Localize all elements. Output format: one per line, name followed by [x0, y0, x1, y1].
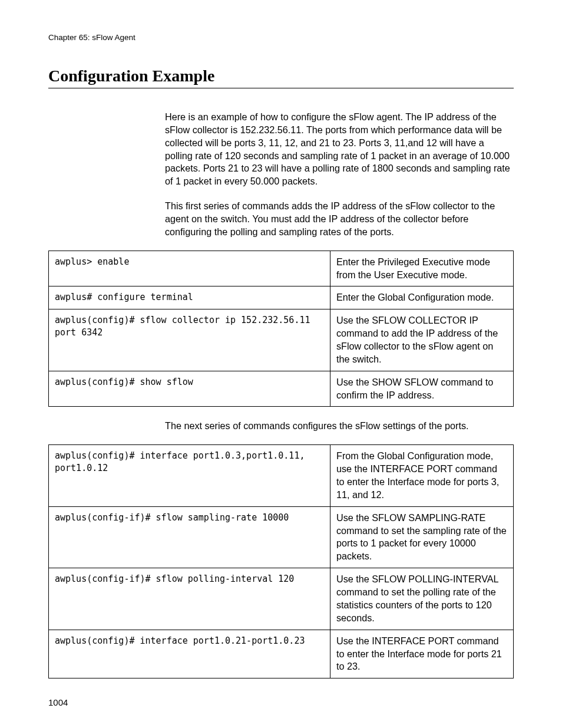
- description-cell: Use the SFLOW POLLING-INTERVAL command t…: [330, 568, 514, 630]
- command-cell: awplus> enable: [49, 251, 330, 286]
- description-cell: Use the SFLOW SAMPLING-RATE command to s…: [330, 506, 514, 568]
- command-cell: awplus(config)# interface port1.0.3,port…: [49, 445, 330, 506]
- command-cell: awplus(config-if)# sflow sampling-rate 1…: [49, 506, 330, 568]
- description-cell: Enter the Privileged Executive mode from…: [330, 251, 514, 286]
- command-table-1: awplus> enable Enter the Privileged Exec…: [48, 251, 514, 407]
- command-cell: awplus(config)# show sflow: [49, 371, 330, 407]
- description-cell: Use the SFLOW COLLECTOR IP command to ad…: [330, 309, 514, 371]
- page-number: 1004: [48, 697, 514, 707]
- description-cell: Use the INTERFACE PORT command to enter …: [330, 630, 514, 678]
- table-row: awplus(config-if)# sflow sampling-rate 1…: [49, 506, 514, 568]
- command-cell: awplus# configure terminal: [49, 286, 330, 309]
- table-row: awplus(config)# interface port1.0.21-por…: [49, 630, 514, 678]
- page-title: Configuration Example: [48, 67, 514, 88]
- table-row: awplus> enable Enter the Privileged Exec…: [49, 251, 514, 286]
- table-row: awplus# configure terminal Enter the Glo…: [49, 286, 514, 309]
- table-row: awplus(config-if)# sflow polling-interva…: [49, 568, 514, 630]
- command-table-2: awplus(config)# interface port1.0.3,port…: [48, 444, 514, 678]
- description-cell: Enter the Global Configuration mode.: [330, 286, 514, 309]
- description-cell: Use the SHOW SFLOW command to confirm th…: [330, 371, 514, 407]
- command-cell: awplus(config)# sflow collector ip 152.2…: [49, 309, 330, 371]
- table-row: awplus(config)# sflow collector ip 152.2…: [49, 309, 514, 371]
- chapter-header: Chapter 65: sFlow Agent: [48, 33, 514, 42]
- command-cell: awplus(config-if)# sflow polling-interva…: [49, 568, 330, 630]
- intro-paragraph-2: This first series of commands adds the I…: [165, 200, 514, 239]
- table-row: awplus(config)# interface port1.0.3,port…: [49, 445, 514, 506]
- command-cell: awplus(config)# interface port1.0.21-por…: [49, 630, 330, 678]
- description-cell: From the Global Configuration mode, use …: [330, 445, 514, 506]
- middle-paragraph: The next series of commands configures t…: [165, 420, 514, 433]
- table-row: awplus(config)# show sflow Use the SHOW …: [49, 371, 514, 407]
- intro-paragraph-1: Here is an example of how to configure t…: [165, 111, 514, 188]
